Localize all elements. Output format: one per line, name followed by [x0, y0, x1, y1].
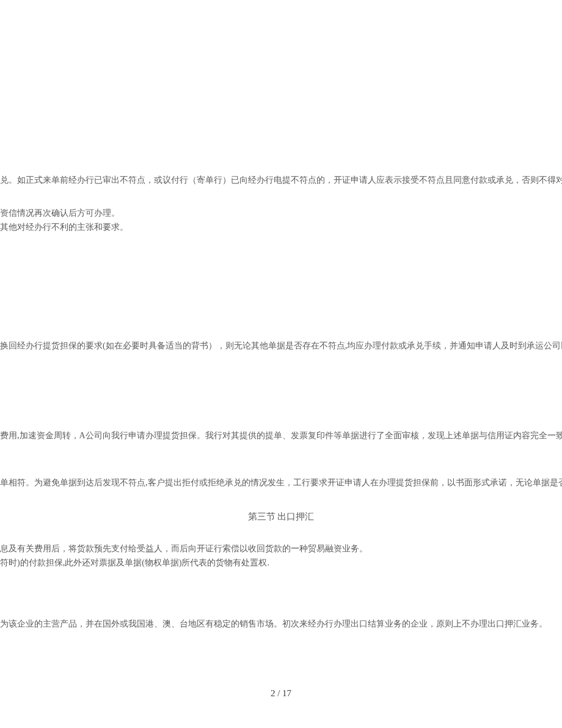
- paragraph-text: 资信情况再次确认后方可办理。: [0, 207, 120, 220]
- paragraph-text: 息及有关费用后，将货款预先支付给受益人，而后向开证行索偿以收回货款的一种贸易融资…: [0, 542, 368, 556]
- paragraph-text: 换回经办行提货担保的要求(如在必要时具备适当的背书），则无论其他单据是否存在不符…: [0, 339, 562, 353]
- section-heading: 第三节 出口押汇: [0, 509, 562, 524]
- paragraph-text: 符时)的付款担保,此外还对票据及单据(物权单据)所代表的货物有处置权.: [0, 556, 269, 570]
- page-number: 2 / 17: [0, 688, 562, 699]
- paragraph-text: 单相符。为避免单据到达后发现不符点,客户提出拒付或拒绝承兑的情况发生，工行要求开…: [0, 476, 562, 490]
- paragraph-text: 其他对经办行不利的主张和要求。: [0, 221, 128, 234]
- paragraph-text: 费用,加速资金周转，A公司向我行申请办理提货担保。我行对其提供的提单、发票复印件…: [0, 429, 562, 443]
- paragraph-text: 兑。如正式来单前经办行已审出不符点，或议付行（寄单行）已向经办行电提不符点的，开…: [0, 174, 562, 187]
- paragraph-text: 为该企业的主营产品，并在国外或我国港、澳、台地区有稳定的销售市场。初次来经办行办…: [0, 617, 547, 631]
